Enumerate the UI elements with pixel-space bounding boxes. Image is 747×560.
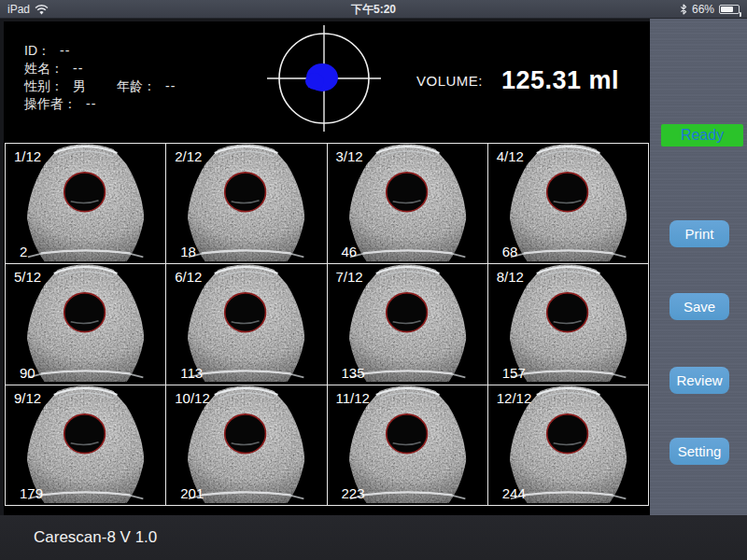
app-screen: iPad 下午5:20 66% ID：-- 姓: [0, 0, 747, 560]
battery-percent-label: 66%: [692, 3, 714, 16]
bladder-contour: [386, 173, 427, 212]
status-badge: Ready: [661, 124, 743, 147]
print-button[interactable]: Print: [669, 220, 729, 247]
status-bar: iPad 下午5:20 66%: [0, 0, 747, 19]
patient-operator-value: --: [86, 96, 96, 111]
frame-index-label: 4/12: [497, 148, 524, 164]
crosshair-target-icon: [263, 21, 385, 137]
frame-index-label: 8/12: [497, 269, 524, 285]
patient-operator-row: 操作者：--: [24, 95, 176, 113]
status-badge-label: Ready: [681, 127, 724, 144]
ultrasound-frame-cell[interactable]: 5/12 90: [6, 264, 165, 384]
bladder-contour: [386, 293, 427, 332]
patient-id-value: --: [60, 43, 70, 58]
frame-number-label: 18: [180, 244, 196, 259]
setting-button[interactable]: Setting: [669, 438, 729, 465]
frame-number-label: 244: [502, 485, 526, 501]
ultrasound-frame-cell[interactable]: 9/12 179: [6, 385, 165, 505]
patient-name-row: 姓名：--: [24, 60, 176, 77]
bladder-contour: [546, 413, 587, 453]
bladder-contour: [225, 413, 266, 453]
frame-index-label: 2/12: [175, 148, 202, 164]
patient-age-value: --: [165, 78, 176, 93]
ultrasound-frame-cell[interactable]: 12/12 244: [488, 385, 648, 505]
clock-label: 下午5:20: [351, 2, 396, 18]
thumbnail-grid: 1/12 2 2/12 18: [5, 143, 649, 506]
patient-gender-label: 性别：: [24, 78, 63, 93]
review-button[interactable]: Review: [669, 367, 729, 394]
bladder-contour: [64, 173, 106, 212]
patient-age-label: 年龄：: [117, 78, 156, 93]
frame-number-label: 179: [20, 485, 43, 501]
app-version-label: Carescan-8 V 1.0: [34, 528, 157, 547]
ultrasound-frame-cell[interactable]: 2/12 18: [166, 144, 326, 263]
bladder-contour: [64, 293, 106, 332]
bladder-contour: [225, 173, 266, 212]
frame-index-label: 6/12: [175, 269, 202, 285]
frame-number-label: 157: [502, 365, 526, 381]
frame-number-label: 135: [342, 365, 365, 381]
patient-gender-age-row: 性别：男年龄：--: [24, 77, 176, 95]
main-panel: ID：-- 姓名：-- 性别：男年龄：-- 操作者：-- VOLUME:: [4, 21, 650, 515]
frame-number-label: 68: [502, 244, 518, 259]
frame-index-label: 3/12: [336, 148, 363, 164]
ultrasound-frame-cell[interactable]: 6/12 113: [166, 264, 326, 384]
save-button[interactable]: Save: [669, 293, 729, 320]
patient-gender-value: 男: [73, 78, 87, 93]
ultrasound-frame-cell[interactable]: 1/12 2: [6, 144, 165, 263]
bladder-contour: [546, 293, 587, 332]
frame-number-label: 2: [20, 244, 27, 259]
frame-number-label: 113: [180, 365, 203, 381]
frame-number-label: 223: [342, 485, 365, 501]
battery-icon: [719, 5, 740, 14]
frame-index-label: 11/12: [336, 390, 370, 406]
volume-label: VOLUME:: [416, 73, 483, 89]
volume-value: 125.31 ml: [501, 66, 619, 95]
frame-index-label: 10/12: [175, 390, 210, 406]
bladder-contour: [386, 413, 427, 453]
footer-bar: Carescan-8 V 1.0: [0, 515, 747, 560]
frame-number-label: 90: [20, 365, 35, 381]
bladder-contour: [546, 173, 587, 212]
patient-name-label: 姓名：: [24, 61, 63, 76]
frame-index-label: 7/12: [336, 269, 363, 285]
ultrasound-frame-cell[interactable]: 8/12 157: [488, 264, 648, 384]
frame-index-label: 12/12: [497, 390, 532, 406]
ultrasound-frame-cell[interactable]: 11/12 223: [328, 385, 487, 505]
ultrasound-frame-cell[interactable]: 7/12 135: [328, 264, 487, 384]
patient-info-block: ID：-- 姓名：-- 性别：男年龄：-- 操作者：--: [24, 42, 176, 113]
patient-id-label: ID：: [24, 43, 50, 58]
ultrasound-frame-cell[interactable]: 4/12 68: [488, 144, 648, 263]
frame-index-label: 5/12: [14, 269, 41, 285]
patient-operator-label: 操作者：: [24, 96, 77, 111]
frame-index-label: 1/12: [14, 148, 41, 164]
patient-id-row: ID：--: [24, 42, 176, 60]
bladder-contour: [64, 413, 106, 453]
frame-number-label: 46: [342, 244, 358, 259]
ultrasound-frame-cell[interactable]: 3/12 46: [328, 144, 487, 263]
ultrasound-frame-cell[interactable]: 10/12 201: [166, 385, 326, 505]
volume-readout: VOLUME: 125.31 ml: [416, 66, 619, 95]
bladder-contour: [225, 293, 266, 332]
sidebar: Ready Print Save Review Setting: [650, 19, 747, 515]
bluetooth-icon: [680, 4, 687, 15]
frame-number-label: 201: [180, 485, 204, 501]
frame-index-label: 9/12: [14, 390, 41, 406]
patient-name-value: --: [73, 61, 83, 76]
